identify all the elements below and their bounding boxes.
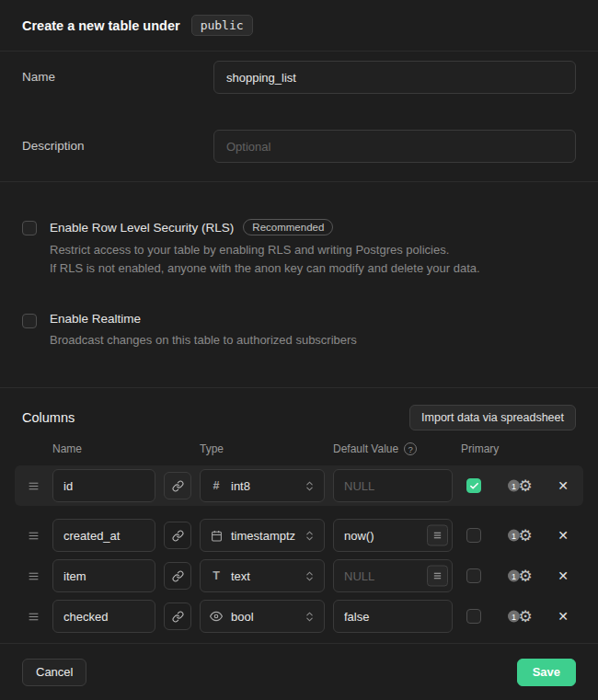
calendar-icon — [209, 530, 224, 542]
settings-count-badge: 1 — [508, 480, 520, 492]
realtime-description: Broadcast changes on this table to autho… — [50, 331, 357, 350]
table-description-input[interactable] — [213, 130, 576, 163]
columns-title: Columns — [22, 410, 75, 425]
column-type-select[interactable]: bool — [200, 600, 325, 633]
column-type-select[interactable]: # int8 — [200, 469, 325, 502]
primary-key-checkbox[interactable] — [466, 568, 481, 583]
rls-description-line1: Restrict access to your table by enablin… — [50, 241, 480, 259]
remove-column-button[interactable]: ✕ — [555, 568, 571, 583]
column-settings-button[interactable]: 1 ⚙ — [510, 478, 541, 494]
column-row-item: T text 1 ⚙ ✕ — [22, 559, 576, 592]
schema-badge: public — [191, 15, 253, 36]
letter-t-icon: T — [209, 569, 224, 582]
column-row-checked: bool 1 ⚙ ✕ — [22, 600, 576, 633]
default-value-cell — [333, 600, 453, 633]
create-table-dialog: Create a new table under public Name Des… — [0, 0, 598, 700]
column-header-default-wrap: Default Value ? — [333, 442, 453, 455]
column-name-input[interactable] — [52, 559, 155, 592]
column-type-select[interactable]: T text — [200, 559, 325, 592]
realtime-label: Enable Realtime — [50, 312, 141, 326]
hash-icon: # — [209, 479, 224, 492]
realtime-text-block: Enable Realtime Broadcast changes on thi… — [50, 312, 357, 350]
gear-icon: ⚙ — [518, 478, 532, 494]
foreign-key-link-icon[interactable] — [164, 602, 191, 630]
chevron-updown-icon — [304, 611, 316, 623]
foreign-key-link-icon[interactable] — [164, 562, 191, 590]
chevron-updown-icon — [304, 530, 316, 542]
column-name-input[interactable] — [52, 469, 155, 502]
default-value-cell — [333, 559, 453, 592]
remove-column-button[interactable]: ✕ — [555, 478, 571, 493]
dialog-header: Create a new table under public — [0, 0, 598, 52]
drag-handle-icon[interactable] — [22, 611, 44, 623]
foreign-key-link-icon[interactable] — [164, 472, 191, 499]
description-row: Description — [22, 130, 576, 163]
settings-count-badge: 1 — [508, 530, 520, 542]
drag-handle-icon[interactable] — [22, 480, 44, 492]
table-name-input[interactable] — [213, 61, 576, 94]
drag-handle-icon[interactable] — [22, 530, 44, 542]
help-icon[interactable]: ? — [404, 442, 417, 455]
rls-checkbox[interactable] — [22, 221, 37, 235]
column-header-primary: Primary — [461, 442, 501, 455]
primary-key-checkbox[interactable] — [466, 478, 481, 493]
foreign-key-link-icon[interactable] — [164, 522, 191, 549]
columns-section: Columns Import data via spreadsheet Name… — [0, 388, 598, 644]
column-header-name: Name — [52, 442, 155, 455]
remove-column-button[interactable]: ✕ — [555, 609, 571, 624]
suggestions-menu-icon[interactable] — [427, 525, 448, 546]
rls-toggle-row: Enable Row Level Security (RLS) Recommen… — [22, 219, 576, 278]
rls-label: Enable Row Level Security (RLS) — [50, 221, 234, 235]
realtime-toggle-row: Enable Realtime Broadcast changes on thi… — [22, 312, 576, 350]
cancel-button[interactable]: Cancel — [22, 659, 86, 686]
column-settings-button[interactable]: 1 ⚙ — [510, 568, 541, 584]
column-type-value: int8 — [231, 479, 250, 493]
recommended-badge: Recommended — [243, 219, 333, 235]
description-label: Description — [22, 130, 213, 153]
gear-icon: ⚙ — [518, 609, 532, 625]
column-row-id: # int8 1 ⚙ ✕ — [15, 465, 583, 506]
realtime-checkbox[interactable] — [22, 314, 37, 328]
column-type-value: timestamptz — [231, 529, 295, 543]
default-value-cell — [333, 469, 453, 502]
rls-text-block: Enable Row Level Security (RLS) Recommen… — [50, 219, 480, 278]
eye-icon — [209, 610, 224, 623]
chevron-updown-icon — [304, 570, 316, 582]
rls-label-line: Enable Row Level Security (RLS) Recommen… — [50, 219, 480, 235]
column-settings-button[interactable]: 1 ⚙ — [510, 609, 541, 625]
column-header-type: Type — [200, 442, 325, 455]
column-header-default: Default Value — [333, 442, 398, 455]
column-type-value: text — [231, 569, 250, 583]
dialog-title: Create a new table under — [22, 18, 180, 33]
column-type-select[interactable]: timestamptz — [200, 519, 325, 552]
chevron-updown-icon — [304, 480, 316, 492]
remove-column-button[interactable]: ✕ — [555, 528, 571, 543]
rls-description: Restrict access to your table by enablin… — [50, 241, 480, 278]
rls-description-line2: If RLS is not enabled, anyone with the a… — [50, 259, 480, 278]
save-button[interactable]: Save — [517, 659, 576, 686]
primary-key-checkbox[interactable] — [466, 528, 481, 543]
column-type-value: bool — [231, 610, 254, 624]
primary-key-checkbox[interactable] — [466, 609, 481, 624]
suggestions-menu-icon[interactable] — [427, 566, 448, 587]
columns-header-bar: Columns Import data via spreadsheet — [22, 405, 576, 430]
table-info-section: Name Description — [0, 52, 598, 182]
column-row-created-at: timestamptz 1 ⚙ ✕ — [22, 519, 576, 552]
default-value-cell — [333, 519, 453, 552]
column-name-input[interactable] — [52, 519, 155, 552]
import-spreadsheet-button[interactable]: Import data via spreadsheet — [409, 405, 576, 430]
settings-count-badge: 1 — [508, 611, 520, 623]
gear-icon: ⚙ — [518, 528, 532, 544]
realtime-label-line: Enable Realtime — [50, 312, 357, 326]
name-label: Name — [22, 61, 213, 84]
settings-count-badge: 1 — [508, 570, 520, 582]
drag-handle-icon[interactable] — [22, 570, 44, 582]
default-value-input[interactable] — [333, 469, 453, 502]
default-value-input[interactable] — [333, 600, 453, 633]
column-settings-button[interactable]: 1 ⚙ — [510, 528, 541, 544]
toggles-section: Enable Row Level Security (RLS) Recommen… — [0, 182, 598, 388]
name-row: Name — [22, 61, 576, 94]
columns-table-head: Name Type Default Value ? Primary — [22, 442, 576, 456]
column-name-input[interactable] — [52, 600, 155, 633]
dialog-footer: Cancel Save — [0, 644, 598, 700]
